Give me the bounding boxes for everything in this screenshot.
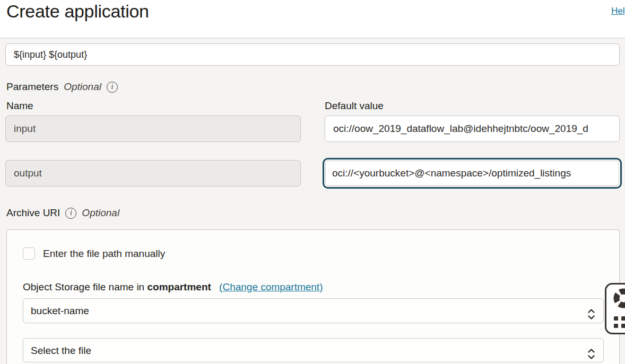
parameter-default-value-focus-ring: oci://<yourbucket>@<namespace>/optimized… xyxy=(323,158,622,189)
bucket-select-value: bucket-name xyxy=(31,305,89,316)
parameters-optional-label: Optional xyxy=(64,81,101,93)
app-grid-icon[interactable] xyxy=(613,316,625,331)
floating-support-widget xyxy=(605,283,625,334)
parameter-name-input-row1[interactable]: input xyxy=(5,116,301,142)
object-storage-file-label: Object Storage file name in compartment … xyxy=(23,281,323,293)
manual-file-path-checkbox-label: Enter the file path manually xyxy=(43,248,165,260)
support-lifebuoy-icon[interactable] xyxy=(612,287,625,312)
parameter-default-value-input-row1[interactable]: oci://oow_2019_dataflow_lab@idehhejtnbtc… xyxy=(325,116,620,142)
arguments-input[interactable]: ${input} ${output} xyxy=(5,43,620,66)
object-storage-file-label-prefix: Object Storage file name in xyxy=(23,281,144,292)
page-title: Create application xyxy=(6,1,149,22)
archive-uri-panel: Enter the file path manually Object Stor… xyxy=(6,229,620,364)
default-value-column-label: Default value xyxy=(325,100,384,112)
parameters-label: Parameters xyxy=(6,81,58,93)
file-select[interactable]: Select the file xyxy=(23,338,604,362)
create-application-page: Create application Help ${input} ${outpu… xyxy=(0,0,625,364)
manual-file-path-checkbox[interactable] xyxy=(23,247,35,260)
parameter-default-value-input-row2[interactable]: oci://<yourbucket>@<namespace>/optimized… xyxy=(325,161,619,186)
parameter-name-input-row2[interactable]: output xyxy=(5,160,301,187)
chevron-updown-icon xyxy=(587,345,595,362)
page-header: Create application Help xyxy=(0,0,625,38)
file-select-placeholder: Select the file xyxy=(31,345,91,356)
name-column-label: Name xyxy=(6,100,33,112)
compartment-name: compartment xyxy=(147,281,211,292)
parameters-info-icon[interactable]: i xyxy=(107,82,118,93)
bucket-select[interactable]: bucket-name xyxy=(23,298,604,323)
parameters-section-header: Parameters Optional i xyxy=(6,81,118,93)
archive-uri-section-header: Archive URI i Optional xyxy=(6,207,119,219)
chevron-updown-icon xyxy=(587,305,595,323)
help-link[interactable]: Help xyxy=(611,6,625,16)
change-compartment-link[interactable]: (Change compartment) xyxy=(219,281,323,292)
archive-uri-label: Archive URI xyxy=(6,207,60,219)
archive-uri-optional-label: Optional xyxy=(82,207,119,219)
archive-uri-info-icon[interactable]: i xyxy=(65,208,76,219)
